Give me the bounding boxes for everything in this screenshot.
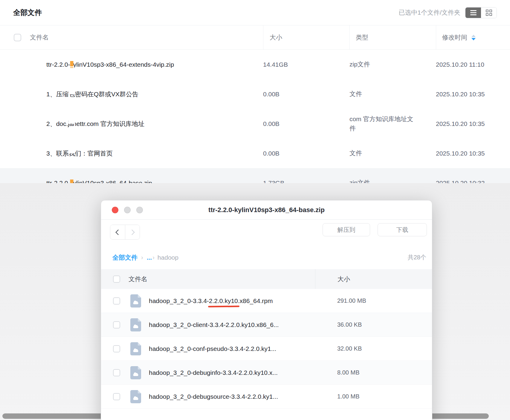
modal-table-header: 文件名 大小 xyxy=(101,269,432,289)
chevron-right-icon xyxy=(129,229,135,235)
page-title: 全部文件 xyxy=(13,8,42,17)
file-size: 0.00B xyxy=(263,120,349,127)
column-header-type: 类型 xyxy=(349,25,436,49)
file-name[interactable]: hadoop_3_2_0-3.3.4-2.2.0.ky10.x86_64.rpm xyxy=(149,297,273,304)
modal-table-row[interactable]: hadoop_3_2_0-conf-pseudo-3.3.4-2.2.0.ky1… xyxy=(101,337,432,361)
modal-table-row[interactable]: hadoop_3_2_0-debugsource-3.3.4-2.2.0.ky1… xyxy=(101,385,432,409)
modal-table-row[interactable]: hadoop_3_2_0-3.3.4-2.2.0.ky10.x86_64.rpm… xyxy=(101,289,432,313)
back-button[interactable] xyxy=(110,225,125,239)
list-view-button[interactable] xyxy=(465,7,481,18)
topbar: 全部文件 已选中1个文件/文件夹 xyxy=(0,0,510,25)
file-type: 文件 xyxy=(349,89,436,98)
chevron-separator-icon: › xyxy=(152,254,155,261)
list-view-icon xyxy=(470,10,477,15)
file-doc-icon xyxy=(130,318,141,331)
table-row[interactable]: 1、压缩包密码在Q群或VX群公告 0.00B 文件 2025.10.20 10:… xyxy=(0,79,510,109)
file-doc-icon xyxy=(130,390,141,403)
modal-select-all-checkbox[interactable] xyxy=(113,276,120,283)
breadcrumb: 全部文件 › ... › hadoop 共28个 xyxy=(101,246,432,269)
modal-title: ttr-2.2.0-kylinV10sp3-x86_64-base.zip xyxy=(101,206,432,214)
modal-column-header-size: 大小 xyxy=(315,269,432,289)
file-name[interactable]: hadoop_3_2_0-debuginfo-3.3.4-2.2.0.ky10.… xyxy=(149,369,278,376)
column-header-name: 文件名 xyxy=(0,25,263,49)
file-name[interactable]: hadoop_3_2_0-client-3.3.4-2.2.0.ky10.x86… xyxy=(149,321,279,328)
breadcrumb-current: hadoop xyxy=(158,254,178,261)
table-row[interactable]: 3、联系我们：官网首页 0.00B 文件 2025.10.20 10:35 xyxy=(0,139,510,168)
file-modified: 2025.10.20 11:10 xyxy=(436,61,510,68)
file-modified: 2025.10.20 10:35 xyxy=(436,150,510,157)
file-size: 0.00B xyxy=(263,91,349,98)
file-doc-icon xyxy=(130,342,141,355)
extract-to-button[interactable]: 解压到 xyxy=(323,223,370,236)
row-checkbox[interactable] xyxy=(113,393,120,400)
table-row[interactable]: ttr-2.2.0-kylinV10sp3-x86_64-extends-4vi… xyxy=(0,50,510,79)
file-modified: 2025.10.20 10:35 xyxy=(436,120,510,127)
column-header-modified[interactable]: 修改时间 xyxy=(436,25,510,49)
file-name[interactable]: hadoop_3_2_0-debugsource-3.3.4-2.2.0.ky1… xyxy=(149,393,278,400)
red-underline-annotation: 2.2.0.ky10 xyxy=(209,297,238,304)
close-icon[interactable] xyxy=(112,207,118,213)
file-size: 14.41GB xyxy=(263,61,349,68)
breadcrumb-ellipsis[interactable]: ... xyxy=(147,254,152,261)
maximize-icon[interactable] xyxy=(136,207,143,213)
grid-view-icon xyxy=(486,10,492,16)
file-name[interactable]: hadoop_3_2_0-conf-pseudo-3.3.4-2.2.0.ky1… xyxy=(149,345,276,352)
file-size: 32.00 KB xyxy=(315,345,432,352)
archive-preview-window: ttr-2.2.0-kylinV10sp3-x86_64-base.zip 解压… xyxy=(101,200,432,420)
modal-column-header-name: 文件名 xyxy=(101,269,315,289)
row-checkbox[interactable] xyxy=(113,369,120,376)
row-checkbox[interactable] xyxy=(113,297,120,305)
file-size: 291.00 MB xyxy=(315,297,432,304)
file-size: 1.00 MB xyxy=(315,393,432,400)
file-size: 36.00 KB xyxy=(315,321,432,328)
modal-table-row[interactable]: hadoop_3_2_0-debuginfo-3.3.4-2.2.0.ky10.… xyxy=(101,361,432,385)
file-name[interactable]: 2、doc.janettr.com 官方知识库地址 xyxy=(46,120,144,127)
view-mode-toggle xyxy=(465,7,497,18)
file-name[interactable]: 1、压缩包密码在Q群或VX群公告 xyxy=(46,91,138,98)
forward-button[interactable] xyxy=(125,225,140,239)
modal-toolbar: 解压到 下载 xyxy=(101,220,432,246)
select-all-checkbox[interactable] xyxy=(14,34,21,41)
file-type: zip文件 xyxy=(349,60,436,69)
column-header-size: 大小 xyxy=(263,25,349,49)
file-size: 8.00 MB xyxy=(315,369,432,376)
history-nav xyxy=(110,225,140,240)
file-name[interactable]: 3、联系我们：官网首页 xyxy=(46,150,113,157)
modal-table-row[interactable]: hadoop_3_2_0-client-3.3.4-2.2.0.ky10.x86… xyxy=(101,313,432,337)
chevron-separator-icon: › xyxy=(141,254,143,261)
table-row[interactable]: 2、doc.janettr.com 官方知识库地址 0.00B com 官方知识… xyxy=(0,109,510,139)
item-count-label: 共28个 xyxy=(408,253,426,261)
sort-arrows-icon[interactable] xyxy=(471,35,476,40)
table-header: 文件名 大小 类型 修改时间 xyxy=(0,25,510,50)
file-doc-icon xyxy=(130,366,141,379)
file-name[interactable]: ttr-2.2.0-kylinV10sp3-x86_64-extends-4vi… xyxy=(46,61,174,68)
grid-view-button[interactable] xyxy=(481,7,497,18)
file-modified: 2025.10.20 10:35 xyxy=(436,91,510,98)
modal-titlebar: ttr-2.2.0-kylinV10sp3-x86_64-base.zip xyxy=(101,200,432,220)
file-type: 文件 xyxy=(349,149,436,158)
chevron-left-icon xyxy=(115,229,121,235)
download-button[interactable]: 下载 xyxy=(378,223,427,236)
file-doc-icon xyxy=(130,294,141,308)
file-type: com 官方知识库地址文件 xyxy=(349,115,436,133)
minimize-icon[interactable] xyxy=(124,207,131,213)
breadcrumb-root[interactable]: 全部文件 xyxy=(112,253,138,262)
row-checkbox[interactable] xyxy=(113,321,120,328)
file-size: 0.00B xyxy=(263,150,349,157)
row-checkbox[interactable] xyxy=(113,345,120,352)
selection-count-label: 已选中1个文件/文件夹 xyxy=(398,8,460,17)
